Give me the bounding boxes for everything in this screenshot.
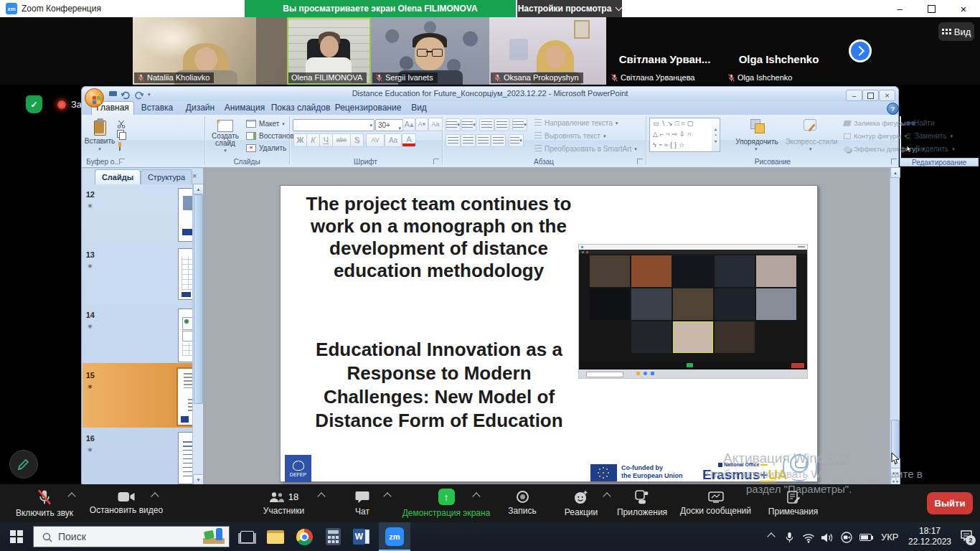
undo-button[interactable] [121, 90, 132, 100]
align-text-button[interactable]: Выровнять текст▾ [534, 132, 606, 140]
select-button[interactable]: Выделить▾ [906, 145, 955, 153]
font-name-combobox[interactable]: ▾ [293, 119, 374, 131]
columns-button[interactable]: ▾ [509, 134, 524, 147]
chat-button[interactable]: Чат [334, 484, 391, 522]
view-options-button[interactable]: Настройки просмотра [517, 0, 622, 17]
annotate-pencil-button[interactable] [9, 450, 38, 479]
ppt-restore-button[interactable] [862, 90, 879, 101]
numbering-button[interactable]: ▾ [461, 118, 476, 131]
delete-slide-button[interactable]: × Удалить [246, 144, 286, 152]
tray-battery-icon[interactable] [859, 534, 875, 541]
align-right-button[interactable] [476, 134, 491, 147]
paragraph-dialog-launcher[interactable] [637, 159, 643, 164]
save-button[interactable] [108, 90, 118, 100]
minimize-button[interactable]: – [884, 0, 915, 17]
convert-smartart-button[interactable]: Преобразовать в SmartArt▾ [534, 145, 637, 153]
clipboard-dialog-launcher[interactable]: ⌟ [119, 159, 125, 164]
new-slide-button[interactable]: ∗ Создать слайд ▾ [208, 117, 242, 156]
shape-outline-button[interactable]: Контур фигуры▾ [844, 132, 907, 140]
underline-button[interactable]: Ч [319, 133, 333, 147]
taskbar-search-input[interactable]: Поиск [33, 526, 230, 547]
apps-button[interactable]: Приложения [611, 484, 673, 522]
calculator-button[interactable] [319, 522, 347, 551]
tray-wifi-icon[interactable] [802, 533, 815, 546]
qat-customize-button[interactable]: ▾ [148, 92, 151, 98]
tray-language-indicator[interactable]: УКР [881, 532, 899, 542]
maximize-button[interactable] [915, 0, 947, 17]
tab-vid[interactable]: Вид [405, 102, 433, 114]
tray-zoom-meeting-icon[interactable] [841, 532, 852, 546]
unmute-button[interactable]: Включить звук [4, 484, 85, 522]
participant-tile-oksana[interactable]: Oksana Prokopyshyn [489, 17, 606, 85]
start-button[interactable] [0, 522, 33, 551]
align-left-button[interactable] [446, 134, 461, 147]
tray-mic-icon[interactable] [785, 532, 794, 546]
font-color-button[interactable]: А [402, 133, 416, 147]
word-button[interactable]: W [347, 522, 376, 551]
participant-tile-sergii[interactable]: Sergii Ivanets [371, 17, 489, 85]
line-spacing-button[interactable]: ▾ [512, 118, 527, 131]
layout-button[interactable]: Макет▾ [246, 120, 285, 128]
panel-close-button[interactable]: × [192, 171, 197, 180]
reactions-button[interactable]: Реакции [554, 484, 608, 522]
tray-volume-icon[interactable] [821, 532, 834, 546]
gallery-view-button[interactable]: Вид [938, 22, 974, 41]
tab-outline[interactable]: Структура [141, 169, 192, 184]
whiteboards-button[interactable]: Доски сообщений [678, 484, 753, 522]
text-direction-button[interactable]: Направление текста▾ [534, 119, 618, 127]
notification-center-button[interactable]: 2 [960, 529, 977, 545]
change-case-button[interactable]: Aa [385, 133, 402, 147]
tray-clock[interactable]: 18:17 22.12.2023 [903, 526, 957, 547]
current-slide[interactable]: The project team continues to work on a … [280, 185, 818, 482]
tab-slides[interactable]: Слайды [95, 169, 141, 184]
participant-tile-nataliia[interactable]: Nataliia Kholiavko [133, 17, 287, 85]
shapes-gallery-scroll[interactable]: ▴▪▾ [712, 118, 720, 152]
tab-retsenzirovanie[interactable]: Рецензирование [334, 102, 402, 114]
clear-formatting-button[interactable]: Aa [428, 118, 443, 131]
zoom-taskbar-button-active[interactable]: zm [379, 522, 410, 551]
ppt-close-button[interactable]: × [879, 90, 895, 101]
tab-vstavka[interactable]: Вставка [136, 102, 178, 114]
justify-button[interactable] [491, 134, 506, 147]
copy-button[interactable] [117, 130, 126, 138]
text-shadow-button[interactable]: S [350, 133, 364, 147]
increase-indent-button[interactable] [494, 118, 509, 131]
paste-button[interactable]: Вставить ▾ [85, 117, 115, 156]
arrange-button[interactable]: Упорядочить ▾ [733, 118, 781, 155]
share-screen-button[interactable]: ↑ Демонстрация экрана [396, 484, 496, 522]
shape-fill-button[interactable]: Заливка фигуры▾ [844, 119, 911, 127]
shrink-font-button[interactable]: A▾ [415, 118, 428, 131]
strikethrough-button[interactable]: abc [332, 133, 351, 147]
font-dialog-launcher[interactable] [433, 159, 439, 164]
grow-font-button[interactable]: A▴ [402, 118, 415, 131]
scroll-down-button[interactable]: ▼ [193, 474, 203, 484]
font-size-combobox[interactable]: 30+ ▾ [375, 119, 403, 131]
chrome-button[interactable] [290, 522, 319, 551]
bold-button[interactable]: Ж [293, 133, 307, 147]
participant-tile-olena-active-speaker[interactable]: Olena FILIMONOVA [287, 17, 371, 85]
scroll-up-button[interactable]: ▲ [193, 184, 203, 194]
close-button[interactable]: × [947, 0, 980, 17]
scroll-thumb[interactable] [194, 194, 203, 404]
quick-styles-button[interactable]: Экспресс-стили ▾ [783, 118, 839, 155]
align-center-button[interactable] [461, 134, 476, 147]
security-shield-icon[interactable]: ✓ [26, 95, 42, 113]
scroll-up-button[interactable]: ▲ [890, 167, 900, 178]
character-spacing-button[interactable]: AV [366, 133, 385, 147]
stop-video-button[interactable]: Остановить видео [85, 484, 168, 522]
drawing-dialog-launcher[interactable] [891, 159, 897, 164]
bullets-button[interactable]: ▾ [446, 118, 461, 131]
file-explorer-button[interactable] [261, 522, 290, 551]
help-button[interactable]: ? [887, 103, 899, 115]
tab-pokaz-slaydov[interactable]: Показ слайдов [270, 102, 331, 114]
participant-tile-svitlana[interactable]: Світлана Урван... Світлана Урванцева [606, 17, 723, 85]
ppt-minimize-button[interactable]: – [846, 90, 862, 101]
office-button[interactable] [85, 88, 104, 108]
italic-button[interactable]: К [306, 133, 320, 147]
redo-button[interactable] [134, 90, 146, 100]
tab-dizayn[interactable]: Дизайн [181, 102, 220, 114]
tray-expand-chevron[interactable] [765, 531, 778, 542]
ppt-scrollbar[interactable]: ▲ ▼ ▲▲ ▼▼ [890, 167, 900, 484]
decrease-indent-button[interactable] [479, 118, 494, 131]
task-view-button[interactable] [232, 522, 261, 551]
